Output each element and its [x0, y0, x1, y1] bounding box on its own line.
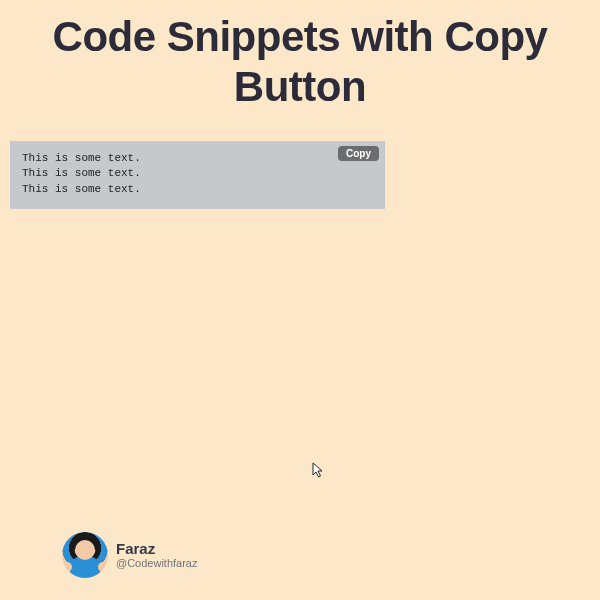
code-line: This is some text. — [22, 151, 373, 166]
code-line: This is some text. — [22, 166, 373, 181]
copy-button[interactable]: Copy — [338, 146, 379, 161]
avatar — [62, 532, 108, 578]
page-title: Code Snippets with Copy Button — [0, 0, 600, 113]
code-snippet-box: Copy This is some text. This is some tex… — [10, 141, 385, 209]
profile-text: Faraz @Codewithfaraz — [116, 540, 197, 570]
author-profile: Faraz @Codewithfaraz — [62, 532, 197, 578]
profile-name: Faraz — [116, 540, 197, 557]
cursor-icon — [312, 462, 326, 483]
code-line: This is some text. — [22, 182, 373, 197]
profile-handle: @Codewithfaraz — [116, 557, 197, 570]
